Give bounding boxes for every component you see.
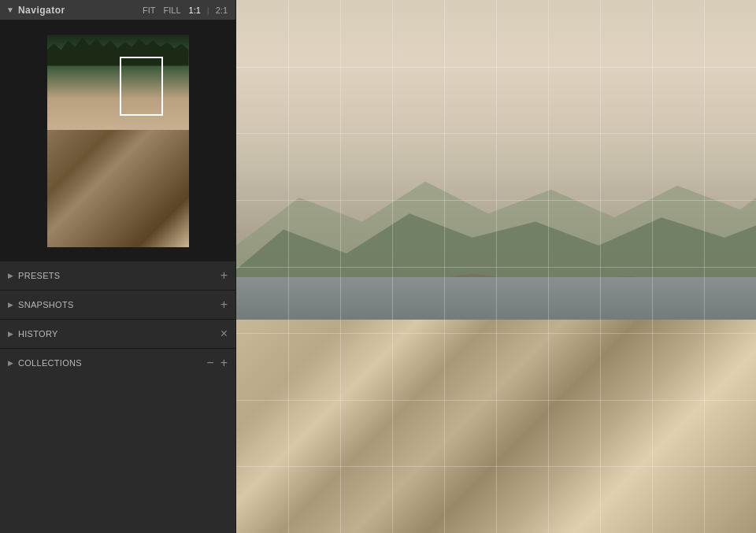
zoom-controls: FIT FILL 1:1 | 2:1 [141,6,229,15]
history-header[interactable]: ▶ History × [0,320,235,348]
history-actions: × [220,328,228,340]
collections-label: Collections [18,358,82,368]
presets-actions: + [220,269,228,282]
snapshots-section: ▶ Snapshots + [0,290,235,319]
snapshots-add-button[interactable]: + [220,298,228,311]
history-section: ▶ History × [0,319,235,348]
zoom-1-1-button[interactable]: 1:1 [187,6,202,15]
snapshots-label: Snapshots [18,300,74,309]
presets-expand-icon: ▶ [8,272,13,279]
presets-header-left: ▶ Presets [8,271,60,280]
snapshots-expand-icon: ▶ [8,301,13,309]
main-photo-area[interactable] [236,0,756,533]
collections-add-button[interactable]: + [220,357,228,369]
collections-section: ▶ Collections − + [0,348,235,377]
history-label: History [18,329,58,339]
snapshots-header-left: ▶ Snapshots [8,300,74,309]
logs-background [236,320,756,533]
collections-actions: − + [206,357,228,369]
zoom-separator: | [207,6,209,15]
left-panel: ▼ Navigator FIT FILL 1:1 | 2:1 ▶ Presets [0,0,236,533]
zoom-fill-button[interactable]: FILL [162,6,183,15]
preview-image [47,35,189,247]
snapshots-actions: + [220,298,228,311]
presets-label: Presets [18,271,60,280]
collections-header[interactable]: ▶ Collections − + [0,349,235,377]
zoom-2-1-button[interactable]: 2:1 [214,6,229,15]
logs-zone [236,320,756,533]
collections-remove-button[interactable]: − [206,357,213,369]
snapshots-header[interactable]: ▶ Snapshots + [0,291,235,319]
collections-header-left: ▶ Collections [8,358,82,368]
collections-expand-icon: ▶ [8,359,13,367]
history-expand-icon: ▶ [8,330,13,338]
navigator-title-area: ▼ Navigator [6,5,65,16]
zoom-fit-button[interactable]: FIT [141,6,158,15]
photo-container [236,0,756,533]
navigator-header: ▼ Navigator FIT FILL 1:1 | 2:1 [0,0,235,20]
navigator-preview[interactable] [0,20,235,261]
navigator-collapse-icon[interactable]: ▼ [6,6,14,14]
history-close-button[interactable]: × [220,328,228,340]
presets-add-button[interactable]: + [220,269,228,282]
preview-logs [47,130,189,247]
presets-section: ▶ Presets + [0,261,235,290]
presets-header[interactable]: ▶ Presets + [0,261,235,290]
navigator-title: Navigator [18,5,65,16]
history-header-left: ▶ History [8,329,58,339]
